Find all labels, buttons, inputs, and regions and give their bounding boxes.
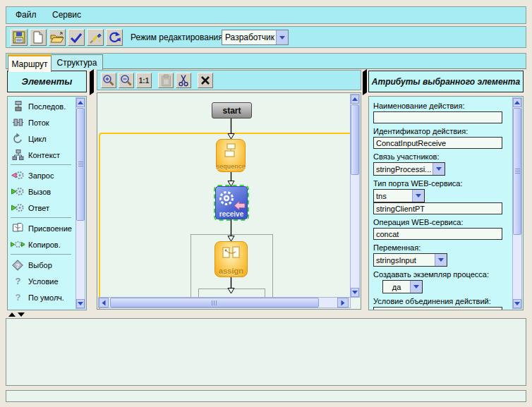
zoom-reset-button[interactable]: 1:1	[136, 73, 152, 88]
palette-item-loop[interactable]: Цикл	[8, 130, 75, 147]
field-create-instance: Создавать экземпляр процесса: да	[373, 270, 512, 293]
zoom-in-icon	[102, 74, 115, 87]
scroll-right-button[interactable]	[337, 298, 349, 308]
scrollbar-thumb[interactable]	[76, 108, 85, 221]
action-name-input[interactable]	[373, 111, 502, 123]
chevron-down-icon[interactable]	[410, 281, 422, 293]
create-instance-select[interactable]: да	[382, 280, 423, 293]
expand-up-button[interactable]	[8, 312, 16, 317]
partner-link-select[interactable]: stringProcessi...	[373, 162, 445, 176]
field-label: Наименование действия:	[373, 102, 512, 110]
palette-item-context[interactable]: Контекст	[8, 147, 75, 163]
scroll-down-button[interactable]	[76, 299, 85, 308]
palette-item-label: По умолч.	[28, 293, 64, 302]
variable-select[interactable]: stringsInput	[373, 253, 447, 267]
zoom-out-button[interactable]	[119, 73, 134, 88]
palette-item-label: Цикл	[28, 135, 47, 143]
scroll-left-button[interactable]	[99, 298, 109, 308]
operation-input[interactable]	[373, 228, 502, 240]
menu-service[interactable]: Сервис	[46, 7, 87, 23]
palette-divider	[11, 164, 71, 165]
node-assign[interactable]: assign	[214, 241, 248, 277]
menu-file[interactable]: Файл	[9, 7, 43, 23]
field-label: Связь участников:	[373, 152, 512, 161]
palette-item-condition[interactable]: ? Условие	[8, 273, 75, 289]
paste-button[interactable]	[158, 73, 174, 88]
field-label: Создавать экземпляр процесса:	[373, 270, 512, 279]
sequence-icon	[11, 100, 25, 112]
tab-structure[interactable]: Структура	[51, 54, 103, 70]
field-action-name: Наименование действия:	[373, 102, 512, 123]
palette-list: Последов. Поток Цикл Контекст Запрос В	[8, 97, 75, 305]
scissors-icon	[178, 74, 189, 87]
palette-item-default[interactable]: ? По умолч.	[8, 289, 75, 305]
attributes-scrollbar[interactable]	[512, 97, 522, 309]
main-toolbar: Режим редактирования: Разработчик	[6, 26, 526, 48]
reply-icon	[11, 202, 25, 214]
open-button[interactable]	[49, 29, 66, 46]
scrollbar-thumb[interactable]	[110, 298, 319, 308]
brush-button[interactable]	[87, 29, 104, 46]
node-start[interactable]: start	[212, 102, 252, 119]
chevron-down-icon[interactable]	[276, 30, 288, 44]
delete-button[interactable]	[198, 73, 213, 88]
scroll-up-button[interactable]	[351, 95, 359, 104]
canvas-vertical-scrollbar[interactable]	[350, 94, 360, 298]
assign-pages-icon	[11, 222, 25, 234]
edit-mode-label: Режим редактирования:	[131, 32, 225, 42]
palette-item-pick[interactable]: ? Выбор	[8, 257, 75, 273]
scroll-down-button[interactable]	[351, 288, 359, 297]
palette-item-request[interactable]: Запрос	[8, 167, 75, 183]
palette-item-label: Запрос	[28, 171, 54, 180]
palette-divider	[11, 217, 71, 218]
scroll-up-button[interactable]	[76, 98, 85, 107]
pick-diamond-icon: ?	[11, 259, 25, 272]
palette-item-copy[interactable]: Копиров.	[8, 236, 75, 253]
receive-node-icon	[217, 189, 246, 210]
palette-item-assign[interactable]: Присвоение	[8, 220, 75, 236]
tab-route[interactable]: Маршрут	[8, 54, 52, 72]
join-condition-input[interactable]	[373, 307, 502, 310]
zoom-in-button[interactable]	[101, 73, 116, 88]
action-id-input[interactable]	[373, 137, 502, 149]
scrollbar-thumb[interactable]	[513, 108, 521, 235]
save-button[interactable]	[11, 29, 28, 46]
port-type-input[interactable]	[373, 202, 502, 214]
node-receive-selected[interactable]: receive	[215, 186, 248, 219]
loop-icon	[11, 133, 25, 145]
palette-item-invoke[interactable]: Вызов	[8, 183, 75, 200]
brush-icon	[89, 31, 102, 44]
field-operation: Операция WEB-сервиса:	[373, 218, 512, 240]
new-document-button[interactable]	[30, 29, 47, 46]
connector-arrow	[227, 219, 235, 242]
validate-button[interactable]	[68, 29, 85, 46]
collapse-down-button[interactable]	[18, 312, 25, 317]
canvas-toolbar: 1:1	[97, 70, 361, 90]
attributes-title: Атрибуты выбранного элемента	[368, 71, 524, 92]
scroll-down-button[interactable]	[513, 299, 521, 308]
canvas-horizontal-scrollbar[interactable]	[98, 297, 351, 308]
left-splitter-expand[interactable]	[90, 80, 94, 93]
port-type-prefix-select[interactable]: tns	[373, 189, 425, 202]
chevron-down-icon[interactable]	[433, 163, 445, 175]
palette-item-sequence[interactable]: Последов.	[8, 98, 75, 114]
palette-item-reply[interactable]: Ответ	[8, 200, 75, 216]
flow-icon	[11, 116, 25, 128]
chevron-down-icon[interactable]	[412, 190, 424, 202]
context-icon	[11, 149, 25, 161]
palette-item-label: Контекст	[28, 151, 60, 159]
palette-scrollbar[interactable]	[75, 97, 85, 309]
palette-item-label: Вызов	[28, 188, 51, 196]
scrollbar-thumb[interactable]	[351, 104, 359, 175]
edit-mode-select[interactable]: Разработчик	[222, 30, 289, 45]
field-label: Условие объединения действий:	[373, 297, 512, 305]
right-splitter-expand[interactable]	[363, 80, 367, 93]
palette-item-flow[interactable]: Поток	[8, 114, 75, 130]
refresh-button[interactable]	[106, 29, 123, 46]
chevron-down-icon[interactable]	[435, 254, 447, 266]
cut-button[interactable]	[176, 73, 191, 88]
scroll-up-button[interactable]	[513, 98, 521, 107]
node-sequence[interactable]: sequence	[216, 139, 246, 172]
connector-arrow	[227, 277, 235, 294]
svg-text:?: ?	[15, 276, 20, 286]
